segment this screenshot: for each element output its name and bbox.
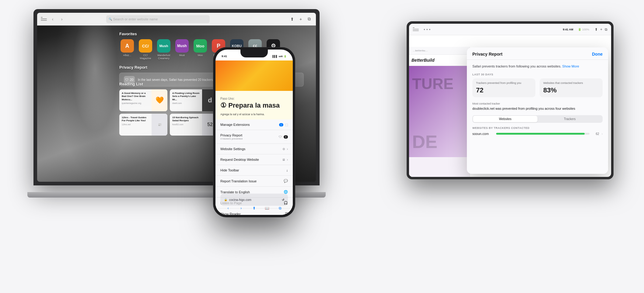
settings-chevron: › [287,147,288,151]
sidebar-toggle-button[interactable] [41,17,47,21]
extensions-icon: ⬚ [285,123,288,126]
scene: ‹ › 🔍 Search or enter website name ⬆ + ⧉ [0,0,644,293]
recipe-step-num: ① [220,102,226,109]
safari-toolbar: ‹ › 🔍 Search or enter website name ⬆ + ⧉ [37,13,316,26]
menu-item-report-translation[interactable]: Report Translation Issue 💬 [215,176,293,187]
ipad-time: 9:41 AM [563,28,573,31]
show-more-link[interactable]: Show More [562,64,579,68]
modal-stat-trackers-value: 72 [476,86,532,94]
menu-item-website-settings[interactable]: Website Settings ⚙ › [215,144,293,154]
hero-de-text: DE [412,133,437,151]
betterbuild-content-left: BetterBuild DE TURE [409,55,470,177]
address-bar[interactable]: 🔍 Search or enter website name [106,15,210,23]
fav-label-1: Allsiz... [123,54,131,57]
fav-item-4[interactable]: Mush Must [174,39,190,60]
modal-tab-websites[interactable]: Websites [473,116,537,122]
new-tab-button[interactable]: + [298,16,304,22]
fav-item-1[interactable]: A Allsiz... [119,39,135,60]
reading-item-4-text: 12hrs - Travel Guides For People Like Yo… [119,114,152,136]
fav-label-2: CC/ Magazine [138,54,153,60]
iphone-recipe-label: Paso Uno: [215,93,293,102]
menu-item-privacy-label: Privacy Report [220,133,243,137]
betterbuild-title-left: BetterBuild [411,58,434,63]
modal-title: Privacy Report [472,52,502,57]
ipad-new-tab-button[interactable]: + [600,27,602,32]
modal-websites-label: WEBSITES BY TRACKERS CONTACTED [472,126,603,129]
ipad-sidebar-toggle[interactable] [413,27,419,32]
reading-item-1-text: A Good Memory or a Bad One? One Brain Mo… [119,89,152,111]
modal-tab-trackers[interactable]: Trackers [537,116,602,122]
reload-icon[interactable]: ↺ [282,198,284,202]
ipad-toolbar: • • • 9:41 AM 🔋 100% ⬆ + ⧉ [409,24,611,35]
reading-item-1-title: A Good Memory or a Bad One? One Brain Mo… [122,92,149,101]
share-button[interactable]: ⬆ [289,16,295,22]
modal-stats-grid: Trackers prevented from profiling you 72… [472,78,603,97]
forward-button[interactable]: › [58,16,65,22]
ipad-share-button[interactable]: ⬆ [595,27,598,32]
iphone-tabs-button[interactable]: ⧉ [277,205,284,212]
iphone-time: 9:41 [222,55,227,58]
lock-icon: 🔒 [224,198,227,201]
safari-toolbar-right: ⬆ + ⧉ [289,16,312,22]
modal-tracker-value: doubleclick.net was prevented from profi… [472,106,603,111]
iphone-url: cocina-higo.com [229,198,251,202]
iphone-back-button[interactable]: ‹ [225,205,231,212]
modal-header: Privacy Report Done [467,47,608,60]
macbook-notch [174,9,179,11]
ipad-screen: • • • 9:41 AM 🔋 100% ⬆ + ⧉ [409,24,611,177]
iphone-recipe-body: Agrega la sal y el azúcar a la harina. [215,112,293,116]
extensions-badge: 1 [279,123,283,126]
modal-website-chevron-1: › [602,132,603,136]
modal-website-count-1: 62 [592,132,599,136]
modal-website-row-1[interactable]: sooun.com 62 › [472,132,603,136]
report-translation-icon: 💬 [284,179,288,183]
back-button[interactable]: ‹ [49,16,56,22]
reading-item-2-title: A Floating Living Room Sets a Family's L… [172,92,200,101]
menu-item-hide-toolbar-label: Hide Toolbar [220,168,239,172]
reading-item-4-thumb: 📰 [152,114,167,136]
reading-item-4[interactable]: 12hrs - Travel Guides For People Like Yo… [119,114,167,136]
fav-item-2[interactable]: CC/ CC/ Magazine [138,39,153,60]
menu-item-privacy-sublabel: 3 trackers prevented [220,137,243,140]
fav-icon-1: A [121,39,134,53]
modal-body: Safari prevents trackers from following … [467,60,608,172]
ipad-left-url: ...betterbu... [409,47,470,55]
modal-stat-trackers: Trackers prevented from profiling you 72 [472,78,535,97]
betterbuild-hero-left: DE TURE [409,66,470,157]
fav-item-5[interactable]: Moo Moo [192,39,208,60]
iphone-forward-button[interactable]: › [238,205,244,212]
privacy-icon: 🛡 [279,135,282,139]
ipad-body: • • • 9:41 AM 🔋 100% ⬆ + ⧉ [407,21,614,179]
reading-item-1[interactable]: A Good Memory or a Bad One? One Brain Mo… [119,89,167,111]
settings-icon: ⚙ [282,147,285,151]
modal-done-button[interactable]: Done [592,52,603,57]
iphone-connectivity: ▌▌▌ wifi 🔋 [273,55,287,58]
menu-item-desktop-label: Request Desktop Website [220,158,259,161]
address-placeholder: Search or enter website name [113,17,158,21]
reading-item-4-title: 12hrs - Travel Guides For People Like Yo… [122,116,149,122]
search-icon: 🔍 [109,18,112,21]
reading-item-5-title: 15 Not-Boring Spinach Salad Recipes [172,116,200,122]
iphone-bookmarks-button[interactable]: 📖 [264,205,271,212]
modal-stats-period: LAST 30 DAYS [472,73,603,76]
fav-item-3[interactable]: Mush Wanderlust Creamery [156,39,172,60]
ipad-tab-overview-button[interactable]: ⧉ [605,27,607,32]
menu-item-desktop[interactable]: Request Desktop Website 🖥 › [215,154,293,165]
reading-item-5[interactable]: 15 Not-Boring Spinach Salad Recipes food… [170,114,218,136]
modal-stat-websites-value: 83% [543,86,599,94]
modal-website-name-1: sooun.com [472,132,494,136]
shield-count: 20 [130,78,133,81]
reading-item-1-thumb: 🧡 [152,89,167,111]
menu-item-website-settings-label: Website Settings [220,147,245,151]
tab-overview-button[interactable]: ⧉ [306,16,312,22]
iphone-screen: 9:41 ▌▌▌ wifi 🔋 Paso Uno: ① Prepara la m… [215,50,293,215]
iphone-share-button[interactable]: ⬆ [251,205,257,212]
recipe-title-text: Prepara la masa [228,102,280,109]
menu-item-privacy[interactable]: Privacy Report 3 trackers prevented 🛡 0 [215,130,293,144]
menu-item-extensions[interactable]: Manage Extensions 1 ⬚ [215,119,293,130]
desktop-chevron: › [287,158,288,161]
menu-item-translate-label: Translate to English [220,190,250,194]
menu-item-hide-toolbar[interactable]: Hide Toolbar ↓ [215,165,293,176]
privacy-modal: Privacy Report Done Safari prevents trac… [467,47,608,174]
reading-item-2[interactable]: A Floating Living Room Sets a Family's L… [170,89,218,111]
